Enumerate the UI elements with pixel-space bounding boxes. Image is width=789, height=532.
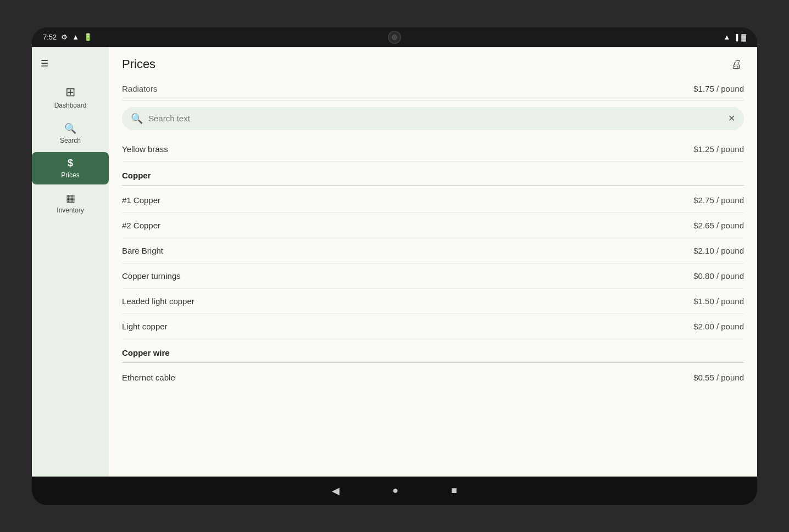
back-button[interactable]: ◀: [327, 480, 344, 501]
copper-turnings-price: $0.80 / pound: [693, 271, 744, 281]
row-leaded-light-copper: Leaded light copper $1.50 / pound: [122, 289, 744, 314]
2-copper-name: #2 Copper: [122, 221, 160, 230]
yellow-brass-price: $1.25 / pound: [693, 144, 744, 154]
radiators-price: $1.75 / pound: [693, 84, 744, 93]
sidebar: ☰ ⊞ Dashboard 🔍 Search $ Prices ▦ Invent…: [32, 47, 109, 477]
sidebar-item-dashboard[interactable]: ⊞ Dashboard: [32, 80, 109, 115]
row-yellow-brass: Yellow brass $1.25 / pound: [122, 137, 744, 162]
settings-icon: ⚙: [61, 33, 68, 41]
time-display: 7:52: [43, 33, 57, 41]
row-2-copper: #2 Copper $2.65 / pound: [122, 213, 744, 238]
page-title: Prices: [122, 57, 155, 71]
search-nav-icon: 🔍: [64, 122, 76, 135]
menu-button[interactable]: ☰: [32, 54, 57, 73]
inventory-icon: ▦: [66, 192, 75, 204]
bare-bright-name: Bare Bright: [122, 246, 163, 255]
radiators-name: Radiators: [122, 84, 157, 93]
leaded-light-copper-name: Leaded light copper: [122, 296, 195, 306]
sidebar-item-inventory[interactable]: ▦ Inventory: [32, 187, 109, 220]
sidebar-item-prices[interactable]: $ Prices: [32, 152, 109, 184]
light-copper-price: $2.00 / pound: [693, 322, 744, 331]
wifi-icon: ▲: [724, 33, 731, 41]
row-ethernet-cable: Ethernet cable $0.55 / pound: [122, 365, 744, 390]
dashboard-icon: ⊞: [65, 85, 75, 99]
sidebar-item-inventory-label: Inventory: [57, 206, 84, 214]
category-copper: Copper: [122, 162, 744, 186]
home-button[interactable]: ●: [388, 480, 403, 501]
1-copper-name: #1 Copper: [122, 195, 160, 205]
main-content: Prices 🖨 Radiators $1.75 / pound 🔍 ✕: [109, 47, 757, 477]
row-bare-bright: Bare Bright $2.10 / pound: [122, 238, 744, 264]
recent-button[interactable]: ■: [447, 480, 462, 501]
search-bar-icon: 🔍: [131, 113, 143, 125]
2-copper-price: $2.65 / pound: [693, 221, 744, 230]
sidebar-item-dashboard-label: Dashboard: [54, 102, 87, 109]
device-frame: 7:52 ⚙ ▲ 🔋 ▲ ▐ ▓ ☰ ⊞ Dashboard 🔍 Se: [32, 27, 757, 505]
prices-icon: $: [68, 158, 73, 169]
hamburger-icon: ☰: [41, 59, 48, 68]
status-bar-right: ▲ ▐ ▓: [724, 33, 746, 41]
app-area: ☰ ⊞ Dashboard 🔍 Search $ Prices ▦ Invent…: [32, 47, 757, 477]
content-scroll[interactable]: Radiators $1.75 / pound 🔍 ✕ Yellow brass…: [109, 77, 757, 477]
search-input[interactable]: [148, 114, 723, 123]
search-clear-button[interactable]: ✕: [728, 113, 735, 124]
light-copper-name: Light copper: [122, 322, 168, 331]
camera: [388, 31, 401, 44]
yellow-brass-name: Yellow brass: [122, 144, 168, 154]
bottom-nav: ◀ ● ■: [32, 477, 757, 505]
signal-icon: ▐: [734, 34, 738, 41]
sidebar-item-search-label: Search: [60, 137, 81, 144]
row-copper-turnings: Copper turnings $0.80 / pound: [122, 264, 744, 289]
sidebar-item-search[interactable]: 🔍 Search: [32, 117, 109, 150]
search-bar[interactable]: 🔍 ✕: [122, 107, 744, 130]
bare-bright-price: $2.10 / pound: [693, 246, 744, 255]
leaded-light-copper-price: $1.50 / pound: [693, 296, 744, 306]
print-icon: 🖨: [731, 58, 742, 70]
print-button[interactable]: 🖨: [729, 56, 744, 73]
partial-row-radiators: Radiators $1.75 / pound: [122, 77, 744, 100]
ethernet-cable-name: Ethernet cable: [122, 373, 175, 382]
category-copper-wire: Copper wire: [122, 339, 744, 363]
row-1-copper: #1 Copper $2.75 / pound: [122, 188, 744, 213]
copper-wire-category-label: Copper wire: [122, 348, 170, 357]
copper-category-label: Copper: [122, 171, 151, 180]
ethernet-cable-price: $0.55 / pound: [693, 373, 744, 382]
sidebar-item-prices-label: Prices: [61, 171, 79, 179]
camera-lens: [392, 35, 397, 40]
row-light-copper: Light copper $2.00 / pound: [122, 314, 744, 339]
copper-turnings-name: Copper turnings: [122, 271, 181, 281]
1-copper-price: $2.75 / pound: [693, 195, 744, 205]
battery-icon: ▓: [741, 33, 746, 41]
main-header: Prices 🖨: [109, 47, 757, 77]
alert-icon: ▲: [72, 33, 79, 41]
status-bar-left: 7:52 ⚙ ▲ 🔋: [43, 33, 92, 41]
battery-save-icon: 🔋: [84, 33, 92, 41]
